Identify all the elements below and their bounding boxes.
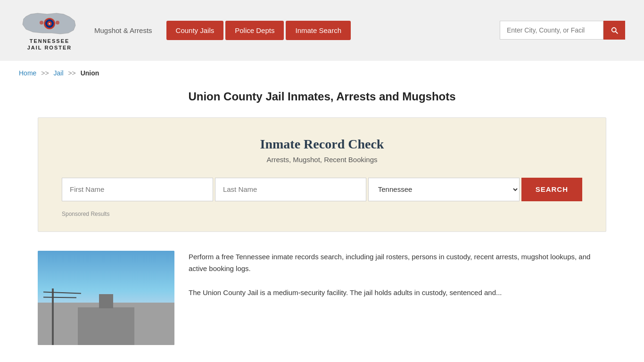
site-header: ✦ TENNESSEE JAIL ROSTER Mugshot & Arrest… — [0, 0, 644, 61]
logo-icon: ✦ — [19, 9, 80, 38]
sponsored-label: Sponsored Results — [62, 211, 582, 217]
page-title: Union County Jail Inmates, Arrests and M… — [19, 90, 625, 103]
building-main — [78, 307, 134, 345]
building-top — [99, 294, 113, 308]
svg-text:✦: ✦ — [48, 22, 51, 25]
state-select[interactable]: Tennessee Alabama Georgia Kentucky Virgi… — [368, 178, 520, 201]
county-jails-button[interactable]: County Jails — [166, 21, 224, 40]
breadcrumb-jail-link[interactable]: Jail — [54, 69, 64, 77]
header-search-button[interactable] — [603, 21, 625, 40]
record-box-subtitle: Arrests, Mugshot, Recent Bookings — [62, 156, 582, 164]
logo-text: TENNESSEE JAIL ROSTER — [27, 38, 72, 51]
logo-area: ✦ TENNESSEE JAIL ROSTER — [19, 9, 80, 51]
record-search-button[interactable]: SEARCH — [521, 178, 582, 201]
content-paragraph-1: Perform a free Tennessee inmate records … — [189, 251, 606, 275]
mugshot-arrests-link[interactable]: Mugshot & Arrests — [94, 26, 152, 34]
content-text: Perform a free Tennessee inmate records … — [189, 251, 606, 299]
content-section: Perform a free Tennessee inmate records … — [0, 246, 644, 354]
header-search-input[interactable] — [500, 21, 603, 40]
police-depts-button[interactable]: Police Depts — [225, 21, 284, 40]
breadcrumb-separator-1: >> — [41, 69, 49, 77]
inmate-record-box: Inmate Record Check Arrests, Mugshot, Re… — [38, 117, 606, 232]
svg-point-4 — [40, 21, 43, 25]
breadcrumb-separator-2: >> — [68, 69, 75, 77]
breadcrumb: Home >> Jail >> Union — [0, 61, 644, 85]
breadcrumb-current: Union — [81, 69, 99, 77]
record-form: Tennessee Alabama Georgia Kentucky Virgi… — [62, 178, 582, 201]
first-name-input[interactable] — [62, 178, 213, 201]
last-name-input[interactable] — [215, 178, 366, 201]
inmate-search-button[interactable]: Inmate Search — [286, 21, 351, 40]
jail-image — [38, 251, 174, 345]
search-icon — [610, 26, 619, 34]
record-box-title: Inmate Record Check — [62, 137, 582, 152]
breadcrumb-home-link[interactable]: Home — [19, 69, 36, 77]
svg-point-5 — [56, 21, 59, 25]
main-nav: County Jails Police Depts Inmate Search — [166, 21, 351, 40]
header-search-area — [500, 21, 625, 40]
content-paragraph-2: The Union County Jail is a medium-securi… — [189, 287, 606, 299]
